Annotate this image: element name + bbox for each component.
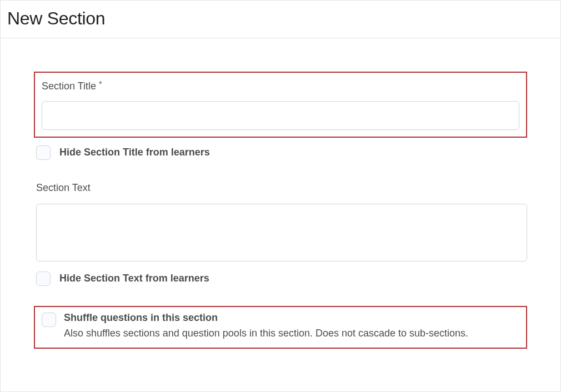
shuffle-text-wrap: Shuffle questions in this section Also s… [64,311,468,341]
shuffle-checkbox[interactable] [42,313,56,327]
page-title: New Section [7,8,554,29]
hide-text-row: Hide Section Text from learners [36,272,527,286]
page-header: New Section [1,1,560,38]
section-title-input[interactable] [42,101,519,130]
section-text-input[interactable] [36,204,527,262]
hide-text-checkbox[interactable] [36,272,51,286]
required-mark: * [99,79,102,88]
shuffle-sublabel: Also shuffles sections and question pool… [64,326,468,340]
section-title-group: Section Title * [34,72,527,138]
hide-title-label: Hide Section Title from learners [59,146,210,159]
section-text-group: Section Text [34,182,527,264]
shuffle-group: Shuffle questions in this section Also s… [34,306,527,349]
shuffle-label: Shuffle questions in this section [64,311,468,324]
section-title-label-text: Section Title [42,81,99,92]
shuffle-highlight: Shuffle questions in this section Also s… [34,306,527,349]
hide-title-row: Hide Section Title from learners [36,145,527,160]
hide-text-label: Hide Section Text from learners [59,272,209,285]
shuffle-row: Shuffle questions in this section Also s… [42,311,519,341]
section-title-label: Section Title * [42,81,519,92]
form-content: Section Title * Hide Section Title from … [1,38,560,365]
section-text-label: Section Text [36,182,527,194]
hide-title-checkbox[interactable] [36,145,51,160]
